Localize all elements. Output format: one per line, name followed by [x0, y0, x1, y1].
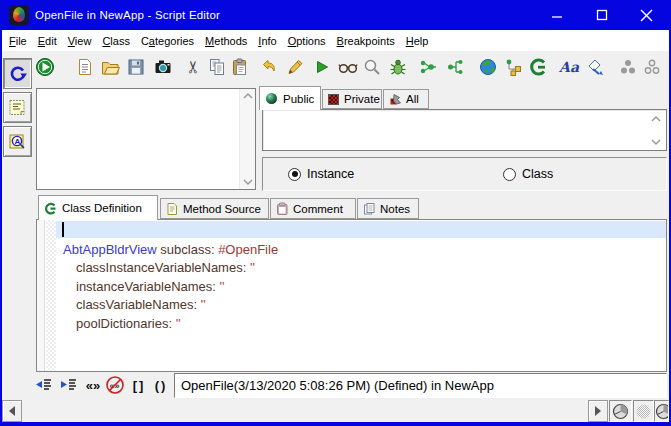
horizontal-scrollbar[interactable] — [2, 400, 669, 422]
maximize-icon — [598, 11, 607, 20]
tab-class-definition[interactable]: Class Definition — [38, 195, 158, 220]
menu-info[interactable]: Info — [258, 35, 276, 47]
scope-panel: Instance Class — [262, 157, 667, 191]
menu-help[interactable]: Help — [406, 35, 429, 47]
search-parts-button[interactable]: A — [3, 126, 32, 157]
remove-quotes-icon: «» — [105, 375, 125, 395]
memory-indicator-1 — [609, 400, 632, 422]
menu-options[interactable]: Options — [288, 35, 326, 47]
radio-instance[interactable]: Instance — [288, 167, 354, 181]
radio-class[interactable]: Class — [503, 167, 553, 181]
class-definition-icon — [44, 202, 57, 215]
radio-instance-circle — [288, 168, 301, 181]
dither-circle-icon — [635, 403, 652, 420]
close-icon — [640, 9, 653, 22]
tab-public[interactable]: Public — [259, 86, 321, 110]
add-quotes-button[interactable]: «» — [82, 374, 104, 396]
hierarchy-button[interactable] — [502, 56, 524, 78]
parts-outline-button[interactable] — [641, 56, 663, 78]
status-bar: OpenFile(3/13/2020 5:08:26 PM) (Defined)… — [174, 373, 667, 398]
debug-button[interactable] — [387, 56, 409, 78]
new-file-button[interactable] — [74, 56, 96, 78]
undo-button[interactable] — [257, 56, 279, 78]
close-button[interactable] — [631, 4, 661, 26]
maximize-button[interactable] — [587, 4, 617, 26]
refresh-icon — [7, 63, 29, 85]
tab-notes[interactable]: Notes — [357, 198, 419, 219]
tab-private[interactable]: Private — [322, 89, 382, 109]
web-button[interactable] — [477, 56, 499, 78]
code-line: classInstanceVariableNames: '' — [76, 260, 255, 275]
parentheses-button[interactable]: () — [150, 374, 172, 396]
window: OpenFile in NewApp - Script Editor FileE… — [0, 0, 671, 426]
code-line: AbtAppBldrView subclass: #OpenFile — [63, 242, 278, 257]
format-paint-button[interactable] — [585, 56, 607, 78]
copy-button[interactable] — [206, 56, 228, 78]
categories-list-scrollbar[interactable] — [239, 89, 255, 189]
memory-indicator-3 — [654, 400, 669, 422]
public-icon — [265, 92, 278, 105]
categories-list[interactable] — [36, 88, 256, 190]
tab-all[interactable]: All — [383, 89, 429, 109]
execute-button[interactable] — [311, 56, 333, 78]
scroll-down-icon — [242, 178, 254, 186]
find-button[interactable] — [361, 56, 383, 78]
menu-edit[interactable]: Edit — [38, 35, 57, 47]
class-browser-button[interactable] — [527, 56, 549, 78]
code-line: poolDictionaries: '' — [76, 316, 181, 331]
method-list[interactable] — [262, 109, 667, 151]
outdent-button[interactable] — [33, 374, 55, 396]
menu-breakpoints[interactable]: Breakpoints — [337, 35, 395, 47]
indent-button[interactable] — [58, 374, 80, 396]
text-caret — [62, 222, 64, 237]
open-file-button[interactable] — [99, 56, 121, 78]
code-line: instanceVariableNames: '' — [76, 279, 225, 294]
menu-view[interactable]: View — [68, 35, 92, 47]
refresh-button[interactable] — [3, 58, 32, 89]
square-brackets-button[interactable]: [] — [128, 374, 150, 396]
title-bar: OpenFile in NewApp - Script Editor — [0, 0, 671, 30]
menu-class[interactable]: Class — [102, 35, 130, 47]
paste-button[interactable] — [229, 56, 251, 78]
remove-quotes-button[interactable]: «» — [104, 374, 126, 396]
method-source-icon — [166, 202, 178, 215]
tab-method-source[interactable]: Method Source — [160, 198, 269, 219]
editor-gutter — [46, 220, 56, 371]
screen-capture-button[interactable] — [152, 56, 174, 78]
menu-bar: FileEditViewClassCategoriesMethodsInfoOp… — [2, 30, 669, 51]
scroll-right-button[interactable] — [588, 400, 608, 422]
scroll-up-icon — [650, 115, 662, 123]
current-line-highlight — [56, 221, 666, 238]
browse-button[interactable] — [337, 56, 359, 78]
flow-connections-button[interactable] — [417, 56, 439, 78]
editor-scrollbar[interactable] — [37, 220, 45, 371]
script-editor-button[interactable] — [3, 92, 32, 123]
app-icon — [9, 5, 29, 25]
svg-text:A: A — [14, 137, 20, 146]
indent-icon — [59, 375, 79, 395]
save-button[interactable] — [125, 56, 147, 78]
run-button[interactable] — [34, 56, 56, 78]
minimize-button[interactable] — [542, 4, 572, 26]
cut-button[interactable]: ✂ — [182, 56, 204, 78]
tree-connections-button[interactable] — [444, 56, 466, 78]
pie-indicator-icon — [612, 403, 629, 420]
memory-indicator-2 — [633, 400, 654, 422]
pie-indicator-icon — [655, 403, 668, 420]
scroll-left-button[interactable] — [2, 400, 22, 422]
scroll-right-icon — [594, 406, 602, 416]
comment-icon — [276, 202, 288, 215]
parts-filled-button[interactable] — [617, 56, 639, 78]
scroll-up-icon — [242, 92, 254, 100]
text-format-button[interactable]: Aa — [558, 56, 580, 78]
menu-file[interactable]: File — [9, 35, 27, 47]
window-body: ✂ — [2, 51, 669, 422]
edit-pen-button[interactable] — [284, 56, 306, 78]
window-title: OpenFile in NewApp - Script Editor — [35, 0, 220, 30]
menu-categories[interactable]: Categories — [141, 35, 194, 47]
code-line: classVariableNames: '' — [76, 297, 206, 312]
menu-methods[interactable]: Methods — [205, 35, 247, 47]
code-editor[interactable]: AbtAppBldrView subclass: #OpenFileclassI… — [36, 219, 667, 372]
private-icon — [328, 94, 339, 105]
tab-comment[interactable]: Comment — [270, 198, 356, 219]
